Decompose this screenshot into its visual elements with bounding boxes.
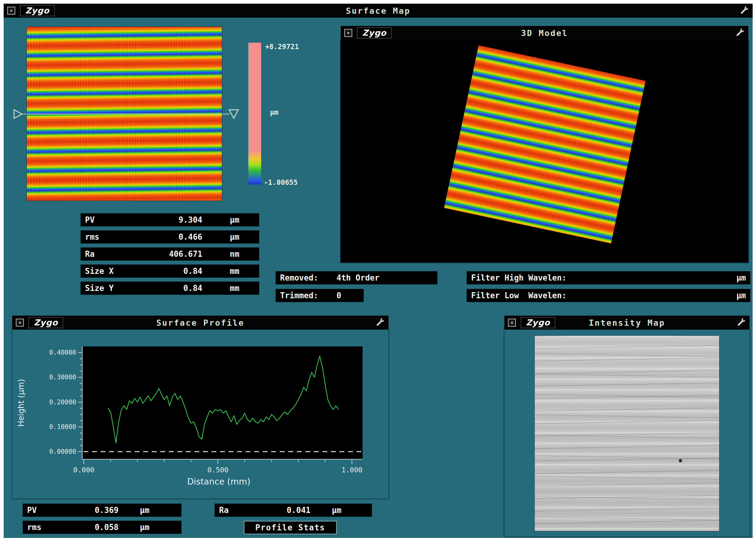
wrench-icon[interactable] xyxy=(736,28,745,37)
stat-size-y: Size Y 0.84 mm xyxy=(81,282,259,295)
stat-unit: mm xyxy=(230,266,239,276)
stat-rms: rms 0.466 µm xyxy=(81,230,259,243)
model3d-canvas xyxy=(341,40,748,262)
stat-value: 0.84 xyxy=(137,266,202,276)
stat-value: 9.304 xyxy=(137,215,202,224)
profile-slice-overlay xyxy=(12,106,245,122)
svg-text:0.30000: 0.30000 xyxy=(49,374,76,381)
profile-stat-rms: rms 0.058 µm xyxy=(23,521,181,534)
slice-right-handle-icon[interactable] xyxy=(229,110,238,118)
zygo-logo: Zygo xyxy=(521,317,555,328)
svg-text:Distance (mm): Distance (mm) xyxy=(187,477,250,487)
removed-box: Removed: 4th Order xyxy=(276,271,437,284)
stat-unit: µm xyxy=(140,523,149,532)
svg-text:0.20000: 0.20000 xyxy=(49,399,76,406)
svg-text:Height (µm): Height (µm) xyxy=(16,379,26,427)
intensity-map-title: Intensity Map xyxy=(589,318,665,328)
stat-label: rms xyxy=(27,523,61,532)
svg-text:0.00000: 0.00000 xyxy=(49,448,76,455)
filter-low-label: Filter Low Wavelen: xyxy=(471,291,566,300)
stat-unit: mm xyxy=(230,284,239,293)
stat-value: 406.671 xyxy=(137,249,202,258)
stat-value: 0.041 xyxy=(253,506,311,515)
trimmed-label: Trimmed: xyxy=(280,291,318,300)
svg-text:0.10000: 0.10000 xyxy=(49,423,76,431)
colorbar xyxy=(248,43,261,184)
surface-profile-titlebar: × Zygo Surface Profile xyxy=(12,316,389,330)
model3d-title: 3D Model xyxy=(521,28,568,38)
filter-high-unit: µm xyxy=(736,273,746,283)
stat-value: 0.84 xyxy=(137,284,202,293)
removed-value: 4th Order xyxy=(336,273,379,283)
stat-size-x: Size X 0.84 mm xyxy=(81,265,259,278)
filter-high-box: Filter High Wavelen: µm xyxy=(467,271,750,284)
profile-stat-pv: PV 0.369 µm xyxy=(23,504,181,517)
surface-map-titlebar: × Zygo Surface Map xyxy=(4,4,753,18)
model3d-titlebar: × Zygo 3D Model xyxy=(341,26,748,40)
model3d-surface xyxy=(444,45,645,244)
removed-label: Removed: xyxy=(280,273,318,283)
svg-text:0.000: 0.000 xyxy=(73,466,94,474)
stat-label: Size X xyxy=(85,266,137,276)
zygo-logo: Zygo xyxy=(20,5,55,16)
profile-stat-ra: Ra 0.041 µm xyxy=(215,504,372,517)
stat-pv: PV 9.304 µm xyxy=(81,213,259,226)
svg-text:0.40000: 0.40000 xyxy=(49,349,76,356)
surface-profile-body: 0.000000.100000.200000.300000.400000.000… xyxy=(12,330,389,499)
filter-high-label: Filter High Wavelen: xyxy=(471,273,566,283)
stat-ra: Ra 406.671 nm xyxy=(81,247,259,260)
close-icon[interactable]: × xyxy=(344,29,352,37)
close-icon[interactable]: × xyxy=(7,7,15,15)
trimmed-box: Trimmed: 0 xyxy=(276,289,364,302)
stat-value: 0.466 xyxy=(137,232,202,241)
stat-label: rms xyxy=(85,232,137,241)
screen: × Zygo Surface Map +8.29721 µm -1.00655 … xyxy=(0,0,756,548)
stat-label: Ra xyxy=(219,506,253,515)
intensity-map-titlebar: × Zygo Intensity Map xyxy=(504,316,750,330)
stat-unit: µm xyxy=(230,215,239,224)
colorbar-max: +8.29721 xyxy=(265,43,299,51)
intensity-map-body xyxy=(504,330,750,537)
stat-label: Ra xyxy=(85,249,137,258)
slice-left-handle-icon[interactable] xyxy=(14,110,22,118)
wrench-icon[interactable] xyxy=(737,318,746,327)
stat-value: 0.369 xyxy=(61,506,119,515)
stat-label: Size Y xyxy=(85,284,137,293)
surface-profile-chart: 0.000000.100000.200000.300000.400000.000… xyxy=(12,330,389,499)
stat-unit: µm xyxy=(332,506,341,515)
svg-text:1.000: 1.000 xyxy=(341,466,362,474)
zygo-logo: Zygo xyxy=(29,317,63,328)
close-icon[interactable]: × xyxy=(16,319,24,327)
trimmed-value: 0 xyxy=(336,291,341,300)
stat-unit: µm xyxy=(230,232,239,241)
colorbar-min: -1.00655 xyxy=(264,178,298,186)
svg-text:0.500: 0.500 xyxy=(207,466,228,474)
zygo-logo: Zygo xyxy=(357,27,392,38)
stat-label: PV xyxy=(85,215,137,224)
wrench-icon[interactable] xyxy=(376,318,385,327)
intensity-map-image xyxy=(535,336,719,531)
stat-label: PV xyxy=(27,506,61,515)
stat-unit: nm xyxy=(230,249,239,258)
stat-value: 0.058 xyxy=(61,523,119,532)
profile-stats-button[interactable]: Profile Stats xyxy=(244,521,337,534)
wrench-icon[interactable] xyxy=(740,6,749,15)
filter-low-unit: µm xyxy=(736,291,746,300)
surface-map-title: Surface Map xyxy=(346,6,410,16)
colorbar-unit: µm xyxy=(270,108,279,116)
stat-unit: µm xyxy=(140,506,149,515)
surface-profile-title: Surface Profile xyxy=(156,318,244,328)
filter-low-box: Filter Low Wavelen: µm xyxy=(467,289,750,302)
close-icon[interactable]: × xyxy=(508,319,516,327)
